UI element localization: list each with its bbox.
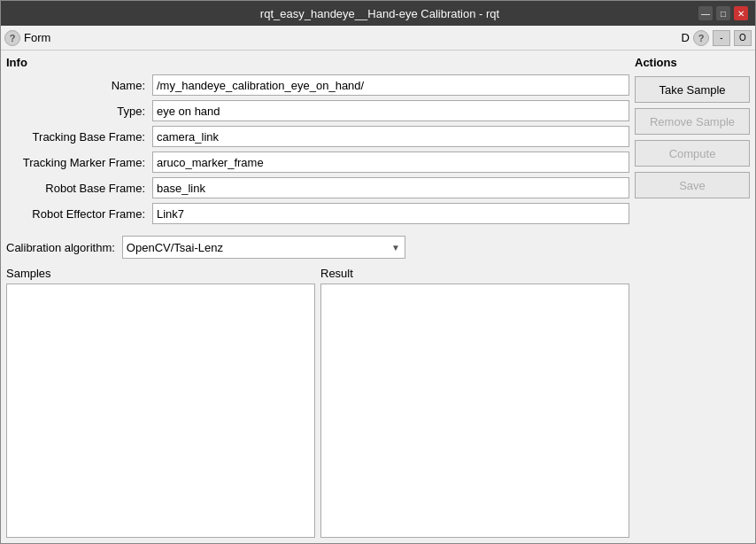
menubar-other-button[interactable]: O: [734, 30, 752, 46]
robot-base-row: Robot Base Frame:: [6, 177, 629, 198]
minimize-button[interactable]: —: [698, 6, 713, 20]
window-title: rqt_easy_handeye__Hand-eye Calibration -…: [61, 7, 698, 20]
menubar-left: ? Form: [4, 30, 50, 46]
type-label: Type:: [6, 105, 152, 118]
name-label: Name:: [6, 79, 152, 92]
actions-panel: Actions Take Sample Remove Sample Comput…: [635, 56, 750, 538]
calibration-label: Calibration algorithm:: [6, 241, 115, 254]
main-window: rqt_easy_handeye__Hand-eye Calibration -…: [0, 0, 756, 544]
robot-base-input[interactable]: [152, 177, 629, 198]
bottom-panels: Samples Result: [6, 267, 629, 538]
name-input[interactable]: [152, 74, 629, 96]
robot-effector-input[interactable]: [152, 203, 629, 224]
result-section: Result: [320, 267, 629, 538]
result-box: [320, 284, 629, 538]
calibration-select[interactable]: OpenCV/Tsai-Lenz OpenCV/Park OpenCV/Hora…: [122, 236, 405, 259]
menubar-help-icon[interactable]: ?: [693, 30, 709, 46]
menubar: ? Form D ? - O: [1, 26, 755, 51]
tracking-base-input[interactable]: [152, 126, 629, 147]
take-sample-button[interactable]: Take Sample: [635, 76, 750, 103]
name-row: Name:: [6, 74, 629, 96]
save-button[interactable]: Save: [635, 172, 750, 198]
close-button[interactable]: ✕: [734, 6, 748, 20]
menubar-minimize-button[interactable]: -: [713, 30, 730, 46]
tracking-marker-label: Tracking Marker Frame:: [6, 156, 152, 169]
type-input[interactable]: [152, 100, 629, 121]
content-area: Info Name: Type: Tracking Base Frame: Tr…: [1, 51, 755, 543]
maximize-button[interactable]: □: [716, 6, 730, 20]
tracking-marker-row: Tracking Marker Frame:: [6, 152, 629, 173]
compute-button[interactable]: Compute: [635, 140, 750, 167]
robot-effector-label: Robot Effector Frame:: [6, 207, 152, 221]
form-label: Form: [24, 31, 50, 44]
robot-base-label: Robot Base Frame:: [6, 182, 152, 195]
menubar-right: D ? - O: [682, 30, 752, 46]
remove-sample-button[interactable]: Remove Sample: [635, 108, 750, 135]
help-icon[interactable]: ?: [4, 30, 20, 46]
main-panel: Info Name: Type: Tracking Base Frame: Tr…: [6, 56, 629, 538]
tracking-base-label: Tracking Base Frame:: [6, 130, 152, 144]
calibration-row: Calibration algorithm: OpenCV/Tsai-Lenz …: [6, 236, 629, 259]
samples-title: Samples: [6, 267, 315, 280]
info-section: Info Name: Type: Tracking Base Frame: Tr…: [6, 56, 629, 229]
tracking-marker-input[interactable]: [152, 152, 629, 173]
tracking-base-row: Tracking Base Frame:: [6, 126, 629, 147]
result-title: Result: [320, 267, 629, 280]
d-label: D: [682, 31, 690, 44]
window-controls: — □ ✕: [698, 6, 748, 20]
actions-title: Actions: [635, 56, 750, 69]
samples-box: [6, 284, 315, 538]
calibration-select-wrapper: OpenCV/Tsai-Lenz OpenCV/Park OpenCV/Hora…: [122, 236, 405, 259]
type-row: Type:: [6, 100, 629, 121]
info-title: Info: [6, 56, 629, 69]
titlebar: rqt_easy_handeye__Hand-eye Calibration -…: [1, 1, 755, 26]
samples-section: Samples: [6, 267, 315, 538]
robot-effector-row: Robot Effector Frame:: [6, 203, 629, 224]
